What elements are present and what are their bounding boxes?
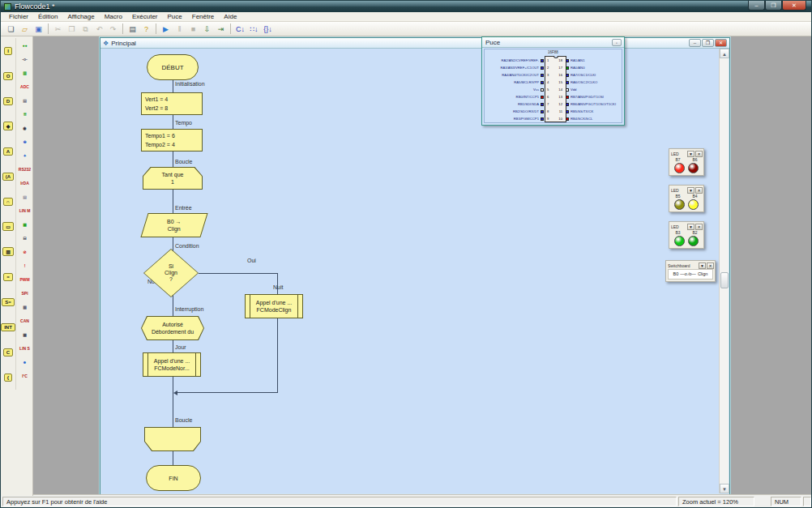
puce-titlebar[interactable]: Puce ▫ xyxy=(482,37,624,48)
component-tool-led-bargraph[interactable]: ≣ xyxy=(18,107,32,121)
menu-item-affichage[interactable]: Affichage xyxy=(62,13,99,20)
component-tool-notes[interactable]: ▤ xyxy=(18,190,32,203)
principal-titlebar[interactable]: ❖ Principal – ❐ ✕ xyxy=(100,38,729,49)
shape-tool-c-code[interactable]: C xyxy=(3,339,13,365)
menu-item-executer[interactable]: Exécuter xyxy=(127,13,163,20)
component-tool-pwm[interactable]: PWM xyxy=(18,272,32,286)
scroll-up-arrow[interactable]: ▲ xyxy=(720,49,729,58)
compile-to-c-icon[interactable]: C↓ xyxy=(233,23,247,35)
run-icon[interactable]: ▶ xyxy=(159,23,173,35)
menu-item-aide[interactable]: Aide xyxy=(219,13,241,20)
component-tool-irda[interactable]: IrDA xyxy=(18,176,32,190)
component-tool-eeprom[interactable]: ⊟ xyxy=(18,231,32,245)
component-tool-internet[interactable]: ⊕ xyxy=(18,134,32,148)
component-tool-can[interactable]: CAN xyxy=(18,314,32,327)
puce-close-button[interactable]: ▫ xyxy=(612,39,622,46)
compile-to-asm-icon[interactable]: ∷↓ xyxy=(247,23,261,35)
component-tool-document[interactable]: ▤ xyxy=(18,93,32,107)
pin-square-left xyxy=(541,110,544,113)
save-icon[interactable]: ▣ xyxy=(32,23,45,35)
close-button[interactable]: ✕ xyxy=(782,1,806,11)
shape-tool-input[interactable]: I xyxy=(4,38,12,63)
switch-panel[interactable]: Switchboard ▼ ✕ B0 —o ⁄o— Clign xyxy=(665,260,716,282)
shape-tool-calculation[interactable]: = xyxy=(3,264,13,289)
shape-tool-output[interactable]: O xyxy=(3,63,14,88)
panel-close-button[interactable]: ✕ xyxy=(695,187,703,194)
flowchart-canvas[interactable]: Initialisation Tempo Boucle Entrée Condi… xyxy=(101,49,719,493)
macro-call-node-jour[interactable]: Appel d'une ... FCModeNor... xyxy=(143,352,201,377)
shape-tool-connection-point[interactable]: A xyxy=(3,139,13,164)
panel-dropdown-button[interactable]: ▼ xyxy=(687,151,694,157)
component-tool-lin-master[interactable]: LIN M xyxy=(18,203,32,217)
principal-window[interactable]: ❖ Principal – ❐ ✕ Initialisation xyxy=(100,37,730,495)
menu-item-fichier[interactable]: Fichier xyxy=(4,13,33,20)
led-panel[interactable]: LED▼✕B3B2 xyxy=(669,221,704,249)
step-over-icon[interactable]: ⇥ xyxy=(214,23,228,35)
component-tool-matrix[interactable]: ▩ xyxy=(18,300,32,314)
component-tool-i2c[interactable]: I²C xyxy=(18,369,32,382)
panel-dropdown-button[interactable]: ▼ xyxy=(699,263,706,269)
puce-window[interactable]: Puce ▫ 16F88 RA2/AN2/CVREF/VREF-118RA1/A… xyxy=(481,36,625,126)
help-icon[interactable]: ? xyxy=(139,23,153,35)
principal-restore-button[interactable]: ❐ xyxy=(702,39,714,47)
decision-node[interactable]: Si Clign ? xyxy=(143,249,199,297)
calculation-node[interactable]: Tempo1 = 6 Tempo2 = 4 xyxy=(141,129,203,152)
shape-tool-comment[interactable]: { xyxy=(4,365,12,390)
shape-tool-delay[interactable]: D xyxy=(3,88,13,113)
macro-call-node-nuit[interactable]: Appel d'une ... FCModeClign xyxy=(245,294,303,318)
principal-close-button[interactable]: ✕ xyxy=(715,39,727,47)
principal-minimize-button[interactable]: – xyxy=(689,39,701,47)
component-tool-leds[interactable]: ●● xyxy=(18,38,32,52)
shape-tool-goto-connection[interactable]: (A xyxy=(2,164,14,189)
while-loop-node[interactable]: Tant que 1 xyxy=(143,167,203,190)
new-icon[interactable]: ❏ xyxy=(4,23,18,35)
component-tool-lcd-display[interactable]: ▥ xyxy=(18,66,32,79)
print-icon[interactable]: ▤ xyxy=(126,23,139,35)
shape-tool-interrupt[interactable]: INT xyxy=(1,314,15,339)
panel-close-button[interactable]: ✕ xyxy=(695,151,703,157)
step-into-icon[interactable]: ⇩ xyxy=(200,23,214,35)
component-tool-thermometer[interactable]: ! xyxy=(18,258,32,272)
panel-close-button[interactable]: ✕ xyxy=(695,224,703,230)
component-tool-robot[interactable]: ☻ xyxy=(18,355,32,369)
calculation-node[interactable]: Vert1 = 4 Vert2 = 8 xyxy=(141,92,203,115)
scrollbar-thumb[interactable] xyxy=(720,272,729,288)
menu-item-macro[interactable]: Macro xyxy=(100,13,127,20)
start-node[interactable]: DÉBUT xyxy=(147,54,199,80)
menu-item-edition[interactable]: Édition xyxy=(33,13,62,20)
panel-dropdown-button[interactable]: ▼ xyxy=(687,224,694,230)
minimize-button[interactable]: – xyxy=(748,1,765,11)
component-tool-segment-display[interactable]: ▦ xyxy=(18,217,32,231)
component-tool-spi[interactable]: SPI xyxy=(18,286,32,300)
component-tool-webcam[interactable]: ◉ xyxy=(18,121,32,134)
panel-dropdown-button[interactable]: ▼ xyxy=(687,187,694,194)
shape-tool-component-macro[interactable]: ▥ xyxy=(2,239,14,264)
loop-end-node[interactable] xyxy=(144,427,201,451)
input-node[interactable]: B0 → Clign xyxy=(140,213,207,237)
interrupt-node[interactable]: Autorisé Débordement du xyxy=(141,316,204,340)
switch-icon[interactable]: —o ⁄o— xyxy=(680,271,696,276)
compile-to-hex-icon[interactable]: {}↓ xyxy=(261,23,275,35)
menu-item-fenetre[interactable]: Fenêtre xyxy=(187,13,220,20)
shape-tool-loop[interactable]: ∩ xyxy=(3,189,13,214)
shape-tool-string-manipulation[interactable]: S= xyxy=(2,289,15,314)
vertical-scrollbar[interactable]: ▲ ▼ xyxy=(719,49,729,493)
window-titlebar[interactable]: Flowcode1 * – ❐ ✕ xyxy=(1,1,811,12)
shape-tool-decision[interactable]: ◆ xyxy=(3,113,14,139)
scroll-down-arrow[interactable]: ▼ xyxy=(720,484,729,493)
restore-button[interactable]: ❐ xyxy=(765,1,782,11)
component-tool-disabled-component[interactable]: ⊘ xyxy=(18,245,32,258)
component-tool-bluetooth[interactable]: ✦ xyxy=(18,148,32,162)
end-node[interactable]: FIN xyxy=(146,465,201,491)
led-panel[interactable]: LED▼✕B5B4 xyxy=(669,185,704,212)
component-tool-switch[interactable]: -o- xyxy=(18,52,32,66)
led-panel[interactable]: LED▼✕B7B6 xyxy=(669,148,704,176)
component-tool-keypad[interactable]: ▦ xyxy=(18,327,32,341)
menu-item-puce[interactable]: Puce xyxy=(163,13,187,20)
component-tool-rs232[interactable]: RS232 xyxy=(18,162,32,176)
panel-close-button[interactable]: ✕ xyxy=(707,263,714,269)
component-tool-lin-slave[interactable]: LIN S xyxy=(18,341,32,355)
component-tool-adc[interactable]: ADC xyxy=(18,79,32,93)
shape-tool-macro[interactable]: ▭ xyxy=(2,214,14,239)
open-icon[interactable]: ▱ xyxy=(18,23,32,35)
